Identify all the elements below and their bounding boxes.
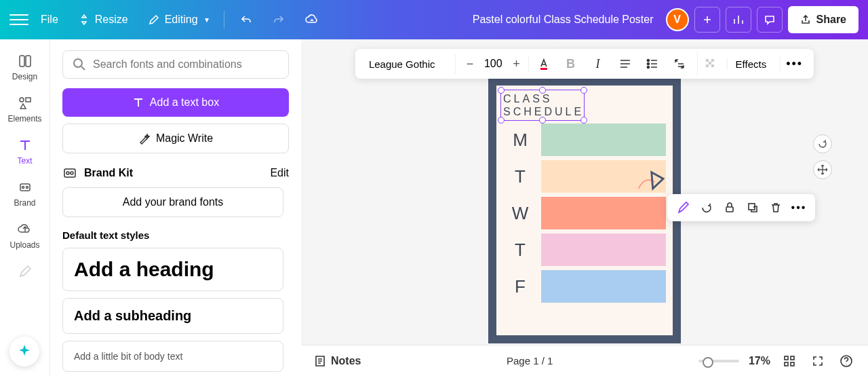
svg-rect-22: [785, 356, 788, 360]
magic-icon: [138, 132, 151, 145]
add-text-box-button[interactable]: Add a text box: [62, 88, 289, 117]
redo-button[interactable]: [265, 9, 292, 31]
fullscreen-button[interactable]: [808, 352, 827, 371]
svg-rect-15: [706, 59, 709, 62]
page-indicator[interactable]: Page 1 / 1: [507, 355, 553, 366]
day-label[interactable]: T: [503, 160, 537, 193]
font-size-dec[interactable]: −: [462, 56, 477, 71]
svg-point-10: [71, 172, 73, 174]
magic-write-button[interactable]: Magic Write: [62, 124, 289, 153]
schedule-block[interactable]: [541, 197, 666, 229]
toolbar-more-button[interactable]: •••: [780, 57, 808, 71]
add-heading-button[interactable]: Add a heading: [62, 248, 283, 291]
add-member-button[interactable]: [694, 7, 720, 33]
help-button[interactable]: [837, 352, 856, 371]
elements-icon: [17, 95, 33, 111]
rotate-handle[interactable]: [813, 134, 832, 153]
schedule-row[interactable]: M: [503, 124, 666, 156]
duplicate-button[interactable]: [742, 197, 764, 219]
undo-button[interactable]: [233, 9, 260, 31]
transparency-button[interactable]: [697, 52, 722, 76]
cloud-sync-button[interactable]: [298, 8, 326, 31]
move-handle[interactable]: [813, 160, 832, 179]
sidebar-item-text[interactable]: Text: [0, 130, 50, 172]
magic-label: Magic Write: [156, 132, 213, 145]
notes-button[interactable]: Notes: [313, 354, 361, 368]
schedule-block[interactable]: [541, 233, 666, 266]
day-label[interactable]: F: [503, 270, 537, 303]
grid-view-button[interactable]: [780, 352, 799, 371]
svg-point-2: [20, 98, 24, 102]
resize-label: Resize: [95, 14, 128, 26]
arrow-decoration[interactable]: [632, 169, 665, 202]
ai-assist-button[interactable]: [9, 337, 39, 366]
schedule-row[interactable]: F: [503, 270, 666, 303]
list-button[interactable]: [640, 52, 665, 76]
italic-button[interactable]: I: [586, 52, 610, 76]
lock-button[interactable]: [719, 197, 741, 219]
add-text-label: Add a text box: [150, 96, 219, 109]
font-size-value[interactable]: 100: [479, 58, 508, 70]
ai-edit-button[interactable]: [673, 197, 694, 219]
uploads-icon: [17, 221, 33, 238]
svg-rect-11: [540, 68, 547, 70]
bold-button[interactable]: B: [559, 52, 583, 76]
zoom-value[interactable]: 17%: [749, 355, 770, 367]
schedule-row[interactable]: W: [503, 197, 666, 229]
add-brand-fonts-button[interactable]: Add your brand fonts: [62, 187, 283, 217]
canvas-poster[interactable]: CLASS SCHEDULE MTWTF: [488, 77, 681, 343]
sidebar-item-design[interactable]: Design: [0, 46, 50, 88]
file-menu[interactable]: File: [34, 10, 65, 30]
sidebar-item-uploads[interactable]: Uploads: [0, 214, 50, 257]
svg-point-9: [66, 172, 69, 174]
svg-point-5: [22, 187, 24, 189]
delete-button[interactable]: [765, 197, 787, 219]
document-title[interactable]: Pastel colorful Class Schedule Poster: [332, 14, 660, 26]
sidebar-item-draw[interactable]: [0, 257, 50, 286]
hamburger-menu[interactable]: [9, 10, 28, 29]
svg-point-12: [647, 60, 649, 62]
sidebar-item-elements[interactable]: Elements: [0, 88, 50, 130]
brand-edit-button[interactable]: Edit: [270, 167, 289, 179]
resize-menu[interactable]: Resize: [71, 9, 135, 31]
day-label[interactable]: T: [503, 233, 537, 266]
search-input[interactable]: [93, 58, 279, 71]
sidebar-item-brand[interactable]: Brand: [0, 172, 50, 214]
text-color-button[interactable]: [532, 52, 556, 76]
svg-rect-25: [791, 362, 794, 366]
day-label[interactable]: M: [503, 124, 537, 156]
editing-label: Editing: [165, 14, 198, 26]
comment-button[interactable]: [757, 7, 783, 33]
insights-button[interactable]: [726, 7, 751, 33]
default-styles-label: Default text styles: [62, 229, 289, 241]
zoom-slider[interactable]: [698, 360, 739, 362]
schedule-block[interactable]: [541, 270, 666, 303]
day-label[interactable]: W: [503, 197, 537, 229]
svg-rect-20: [726, 207, 733, 212]
align-button[interactable]: [613, 52, 637, 76]
pencil-icon: [147, 13, 161, 26]
effects-button[interactable]: Effects: [727, 58, 775, 70]
poster-title[interactable]: CLASS SCHEDULE: [503, 92, 666, 118]
search-input-wrap[interactable]: [62, 50, 289, 79]
schedule-row[interactable]: T: [503, 233, 666, 266]
design-icon: [17, 53, 33, 69]
add-subheading-button[interactable]: Add a subheading: [62, 298, 283, 334]
share-button[interactable]: Share: [788, 6, 859, 33]
svg-rect-18: [706, 64, 709, 67]
font-select[interactable]: League Gothic: [361, 54, 456, 74]
floating-toolbar: •••: [667, 194, 815, 221]
svg-rect-1: [26, 56, 31, 67]
search-icon: [73, 58, 86, 71]
text-icon: [17, 137, 33, 153]
svg-rect-16: [711, 59, 714, 62]
editing-menu[interactable]: Editing: [140, 9, 216, 31]
rotate-button[interactable]: [696, 197, 717, 219]
floating-more-button[interactable]: •••: [788, 197, 810, 219]
avatar[interactable]: V: [666, 8, 689, 31]
schedule-block[interactable]: [541, 124, 666, 156]
add-body-button[interactable]: Add a little bit of body text: [62, 341, 283, 372]
font-size-inc[interactable]: +: [509, 56, 524, 71]
svg-rect-3: [26, 98, 31, 102]
spacing-button[interactable]: [667, 52, 692, 76]
